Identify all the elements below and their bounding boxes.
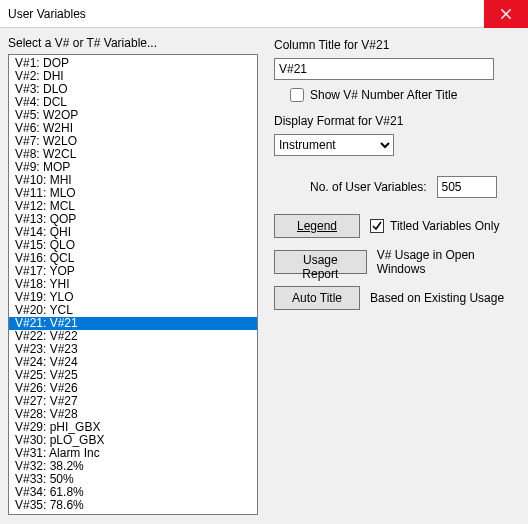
column-title-label: Column Title for V#21 [274, 38, 520, 52]
autotitle-text: Based on Existing Usage [370, 291, 504, 305]
autotitle-row: Auto Title Based on Existing Usage [274, 286, 520, 310]
titled-only-label: Titled Variables Only [390, 219, 499, 233]
check-icon [372, 221, 382, 231]
variable-listbox[interactable]: V#1: DOPV#2: DHIV#3: DLOV#4: DCLV#5: W2O… [8, 54, 258, 515]
num-vars-input[interactable] [437, 176, 497, 198]
column-title-input[interactable] [274, 58, 494, 80]
num-vars-row: No. of User Variables: [310, 176, 520, 198]
usage-report-button[interactable]: Usage Report [274, 250, 367, 274]
show-number-label: Show V# Number After Title [310, 88, 457, 102]
titled-only-row: Titled Variables Only [370, 219, 499, 233]
auto-title-button[interactable]: Auto Title [274, 286, 360, 310]
window-title: User Variables [0, 7, 484, 21]
usage-text: V# Usage in Open Windows [377, 248, 520, 276]
close-button[interactable] [484, 0, 528, 28]
variable-list-label: Select a V# or T# Variable... [8, 36, 258, 50]
show-number-row: Show V# Number After Title [274, 88, 520, 102]
close-icon [501, 9, 511, 19]
dialog-buttons: Cancel Apply OK [0, 519, 528, 524]
legend-button[interactable]: Legend [274, 214, 360, 238]
titlebar: User Variables [0, 0, 528, 28]
display-format-select[interactable]: Instrument [274, 134, 394, 156]
left-panel: Select a V# or T# Variable... V#1: DOPV#… [8, 36, 258, 515]
content-area: Select a V# or T# Variable... V#1: DOPV#… [0, 28, 528, 519]
num-vars-label: No. of User Variables: [310, 180, 427, 194]
display-format-label: Display Format for V#21 [274, 114, 520, 128]
usage-row: Usage Report V# Usage in Open Windows [274, 248, 520, 276]
right-panel: Column Title for V#21 Show V# Number Aft… [274, 36, 520, 515]
show-number-checkbox[interactable] [290, 88, 304, 102]
titled-only-checkbox[interactable] [370, 219, 384, 233]
list-item[interactable]: V#35: 78.6% [9, 499, 257, 512]
legend-row: Legend Titled Variables Only [274, 214, 520, 238]
